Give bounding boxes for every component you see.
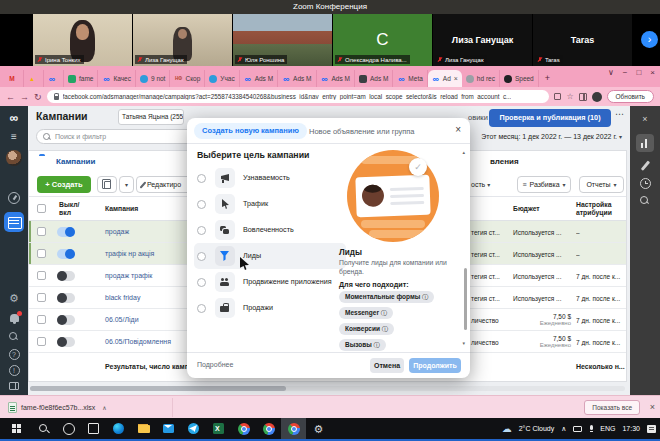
participant-tile[interactable]: C Олександра Налива... [333, 14, 432, 66]
radio-icon[interactable] [197, 252, 206, 261]
download-chevron-icon[interactable]: ∧ [102, 404, 106, 411]
close-icon[interactable]: × [455, 125, 461, 135]
browser-tab[interactable]: fame [64, 70, 98, 87]
language-indicator[interactable]: ENG [600, 425, 615, 432]
modal-scrollbar-thumb[interactable] [464, 268, 467, 330]
tab-list-icon[interactable]: ∨ [608, 68, 614, 78]
start-icon[interactable] [6, 418, 31, 439]
tab-new-ad-or-adset[interactable]: Новое объявление или группа [309, 127, 415, 136]
objective-option[interactable]: Продвижение приложения [194, 269, 346, 295]
account-selector[interactable]: Татьяна Яцына (2558743384540268) [118, 109, 184, 125]
menu-icon[interactable]: ≡ [11, 132, 17, 142]
campaign-name[interactable]: продаж [105, 228, 129, 235]
new-tab-button[interactable]: + [539, 70, 556, 87]
row-checkbox[interactable] [37, 227, 46, 236]
tab-new-campaign[interactable]: Создать новую кампанию [194, 123, 307, 139]
radio-icon[interactable] [197, 226, 206, 235]
feedback-icon[interactable]: ! [9, 365, 20, 376]
taskbar-search-icon[interactable] [31, 418, 56, 439]
browser-tab[interactable]: Meta [393, 70, 427, 87]
side-panel-icon[interactable] [579, 93, 587, 101]
excel-icon[interactable] [206, 418, 231, 439]
show-all-button[interactable]: Показать все [584, 400, 640, 415]
search-icon[interactable] [9, 332, 19, 342]
campaign-toggle[interactable] [57, 315, 75, 325]
participant-tile[interactable]: Taras Taras [533, 14, 632, 66]
dashboard-gauge-icon[interactable] [8, 192, 20, 204]
row-checkbox[interactable] [37, 271, 46, 280]
browser-tab[interactable]: Speed [500, 70, 539, 87]
continue-button[interactable]: Продолжить [409, 358, 461, 373]
browser-tab[interactable] [4, 70, 24, 87]
tab-ads-fragment[interactable]: вления [490, 157, 519, 166]
action-center-icon[interactable] [647, 425, 656, 433]
radio-icon[interactable] [197, 304, 206, 313]
forward-icon[interactable]: → [20, 91, 29, 103]
review-publish-button[interactable]: Проверка и публикация (10) [489, 109, 611, 127]
tab-campaigns[interactable]: Кампании [56, 157, 95, 166]
clock-time[interactable]: 17:30 [622, 425, 640, 432]
participant-tile[interactable]: Лиза Ганущак Лиза Ганущак [433, 14, 532, 66]
chrome-icon[interactable] [231, 418, 256, 439]
profile-avatar[interactable] [592, 92, 602, 102]
search-input[interactable]: Поиск и фильтр [36, 129, 196, 144]
learn-more-link[interactable]: Подробнее [197, 361, 233, 368]
create-button[interactable]: + Создать [37, 176, 91, 193]
zoom-search-icon[interactable] [640, 196, 650, 206]
next-participants-button[interactable]: › [641, 31, 658, 48]
placement-pill[interactable]: Messenger [339, 307, 393, 319]
radio-icon[interactable] [197, 278, 206, 287]
performance-fragment[interactable]: ость ▾ [471, 181, 490, 188]
user-avatar[interactable] [6, 150, 22, 166]
minimize-icon[interactable]: − [623, 68, 628, 78]
campaign-name[interactable]: трафік нр акція [105, 250, 154, 257]
edit-pencil-icon[interactable] [641, 160, 650, 170]
browser-tab[interactable]: Скор [170, 70, 205, 87]
install-icon[interactable] [554, 93, 561, 100]
collapse-panel-icon[interactable] [9, 382, 19, 390]
participant-tile[interactable]: Юля Роншина [233, 14, 332, 66]
browser-tab[interactable]: Ad [428, 70, 462, 87]
select-all-checkbox[interactable] [37, 204, 46, 213]
campaign-name[interactable]: black friday [105, 294, 140, 301]
bookmark-star-icon[interactable]: ☆ [566, 92, 573, 102]
browser-tab[interactable]: Ads M [278, 70, 316, 87]
objective-option[interactable]: Лиды [194, 243, 346, 269]
breakdown-button[interactable]: ≡Разбивка▾ [517, 176, 571, 193]
radio-icon[interactable] [197, 200, 206, 209]
scroll-up-icon[interactable]: ▴ [462, 150, 465, 155]
objective-option[interactable]: Вовлеченность [194, 217, 346, 243]
campaign-name[interactable]: 06.05/Повідомлення [105, 338, 171, 345]
chrome-icon-2[interactable] [256, 418, 281, 439]
touch-keyboard-icon[interactable] [573, 426, 582, 432]
row-checkbox[interactable] [37, 249, 46, 258]
campaign-toggle[interactable] [57, 293, 75, 303]
mail-icon[interactable] [156, 418, 181, 439]
duplicate-caret-button[interactable]: ▾ [119, 176, 134, 193]
url-box[interactable]: facebook.com/adsmanager/manage/campaigns… [47, 90, 550, 103]
chrome-icon-3[interactable] [281, 418, 306, 439]
browser-tab[interactable] [24, 70, 44, 87]
reports-button[interactable]: Отчеты▾ [579, 176, 624, 193]
radio-icon[interactable] [197, 174, 206, 183]
maximize-icon[interactable]: □ [636, 68, 641, 78]
history-clock-icon[interactable] [640, 178, 651, 189]
settings-gear-icon[interactable]: ⚙ [9, 292, 19, 304]
campaign-toggle[interactable] [57, 249, 75, 259]
settings-gear-icon[interactable] [306, 418, 331, 439]
row-checkbox[interactable] [37, 337, 46, 346]
duplicate-button[interactable] [97, 176, 117, 193]
placement-pill[interactable]: Моментальные формы [339, 291, 434, 303]
browser-tab[interactable]: hd rec [462, 70, 500, 87]
cancel-button[interactable]: Отмена [370, 358, 404, 373]
browser-tab[interactable]: Качес [98, 70, 136, 87]
placement-pill[interactable]: Вызовы [339, 339, 386, 351]
edge-icon[interactable] [106, 418, 131, 439]
file-explorer-icon[interactable] [131, 418, 156, 439]
close-download-bar-icon[interactable]: × [650, 403, 655, 412]
campaign-toggle[interactable] [57, 271, 75, 281]
scrollbar-thumb[interactable] [30, 386, 286, 391]
close-window-icon[interactable]: × [650, 68, 655, 78]
participant-tile[interactable]: Ірина Тонких [33, 14, 132, 66]
refresh-button[interactable]: Обновить [607, 90, 654, 103]
